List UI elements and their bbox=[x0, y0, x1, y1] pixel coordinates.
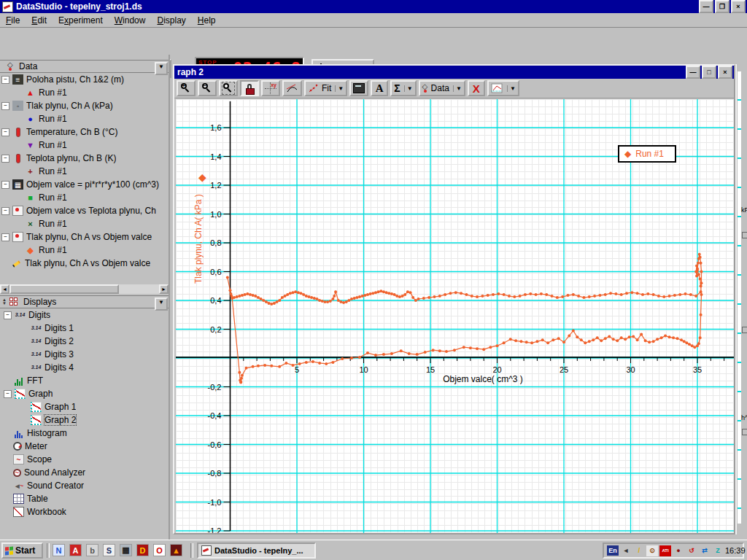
quick-launch-calculator-icon[interactable]: ▦ bbox=[120, 544, 132, 556]
menu-help[interactable]: Help bbox=[192, 14, 222, 27]
close-button[interactable]: × bbox=[731, 0, 746, 13]
tray-ati-icon[interactable]: ATI bbox=[659, 545, 671, 556]
dropdown-arrow-icon[interactable]: ▼ bbox=[335, 85, 344, 92]
tray-modem-icon[interactable]: Z bbox=[712, 545, 724, 556]
expand-box[interactable]: − bbox=[1, 233, 9, 241]
start-menu-button[interactable]: Start bbox=[1, 542, 43, 559]
data-item-4[interactable]: −Teplota plynu, Ch B (K) bbox=[0, 152, 169, 165]
x-axis-label[interactable]: Objem valce( cm^3 ) bbox=[428, 374, 538, 384]
display-digits-2[interactable]: 3.14Digits 2 bbox=[0, 335, 169, 348]
data-item-7[interactable]: −Tlak plynu, Ch A vs Objem valce bbox=[0, 230, 169, 244]
graph-maximize-button[interactable]: □ bbox=[702, 66, 716, 79]
data-run-1[interactable]: ▲Run #1 bbox=[0, 86, 169, 99]
dropdown-arrow-icon[interactable]: ▼ bbox=[453, 85, 462, 92]
menu-edit[interactable]: Edit bbox=[26, 14, 53, 27]
menu-file[interactable]: File bbox=[0, 14, 26, 27]
minimize-button[interactable]: — bbox=[699, 0, 713, 13]
quick-launch-dragon-icon[interactable]: D bbox=[136, 544, 149, 556]
expand-box[interactable]: − bbox=[1, 128, 9, 136]
display-meter[interactable]: Meter bbox=[0, 440, 169, 453]
zoom-out-button[interactable]: − bbox=[198, 80, 217, 96]
legend[interactable]: ◆ Run #1 bbox=[618, 145, 676, 163]
tray-mouse-icon[interactable]: ● bbox=[673, 545, 684, 556]
lock-axes-button[interactable] bbox=[240, 80, 259, 96]
menu-window[interactable]: Window bbox=[109, 14, 152, 27]
data-item-8[interactable]: Tlak plynu, Ch A vs Objem valce bbox=[0, 257, 169, 270]
restore-button[interactable]: ❐ bbox=[715, 0, 729, 13]
expand-box[interactable]: − bbox=[4, 311, 12, 319]
display-digits-1[interactable]: 3.14Digits 1 bbox=[0, 322, 169, 335]
dropdown-arrow-icon[interactable]: ▼ bbox=[507, 85, 516, 92]
graph-titlebar[interactable]: raph 2 — □ × bbox=[174, 66, 734, 79]
data-item-5[interactable]: −▦Objem valce = pi*r*r*y*100 (cm^3) bbox=[0, 178, 169, 191]
data-item-2[interactable]: −◦Tlak plynu, Ch A (kPa) bbox=[0, 99, 169, 112]
quick-launch-ink-pen-icon[interactable]: S bbox=[103, 544, 115, 556]
y-axis-label[interactable]: Tlak plynu, Ch A( kPa ) bbox=[193, 181, 204, 298]
data-item-3[interactable]: −Temperature, Ch B (°C) bbox=[0, 125, 169, 139]
display-digits-3[interactable]: 3.14Digits 3 bbox=[0, 348, 169, 361]
scroll-thumb[interactable] bbox=[9, 284, 119, 294]
fit-menu-button[interactable]: Fit▼ bbox=[304, 80, 347, 96]
quick-launch-bird-icon[interactable]: b bbox=[86, 544, 98, 556]
statistics-button[interactable]: Σ▼ bbox=[390, 80, 416, 96]
menu-experiment[interactable]: Experiment bbox=[53, 14, 109, 27]
data-item-6[interactable]: −Objem valce vs Teplota plynu, Ch bbox=[0, 204, 169, 217]
data-run-3[interactable]: ▼Run #1 bbox=[0, 139, 169, 152]
delete-button[interactable]: X bbox=[468, 80, 485, 96]
data-run-6[interactable]: ×Run #1 bbox=[0, 217, 169, 230]
tray-volume-icon[interactable]: ◄ bbox=[620, 545, 632, 556]
display-table[interactable]: Table bbox=[0, 492, 169, 505]
data-panel-header[interactable]: Data ▼ bbox=[0, 60, 169, 73]
tray-sync-icon[interactable]: ↺ bbox=[686, 545, 697, 556]
task-button-datastudio[interactable]: DataStudio - tepelny_... bbox=[197, 542, 316, 559]
plot-area[interactable]: 1,61,41,21,00,80,60,40,2-0,2-0,4-0,6-0,8… bbox=[176, 99, 734, 533]
display-graph-1[interactable]: Graph 1 bbox=[0, 400, 169, 413]
tray-network-icon[interactable]: ⇄ bbox=[699, 545, 711, 556]
language-indicator[interactable]: En bbox=[607, 545, 619, 556]
expand-box[interactable]: − bbox=[1, 155, 9, 163]
expand-box[interactable]: − bbox=[1, 76, 9, 84]
tray-scheduler-icon[interactable]: ⊙ bbox=[646, 545, 658, 556]
data-tree-hscrollbar[interactable]: ◄ ► bbox=[0, 284, 169, 294]
quick-launch-notes-icon[interactable]: N bbox=[53, 544, 65, 556]
quick-launch-opera-icon[interactable]: O bbox=[153, 544, 166, 556]
digits-icon: 3.14 bbox=[31, 323, 42, 333]
data-run-4[interactable]: +Run #1 bbox=[0, 165, 169, 178]
display-fft[interactable]: FFT bbox=[0, 374, 169, 387]
dropdown-arrow-icon[interactable]: ▼ bbox=[404, 85, 413, 92]
zoom-select-button[interactable] bbox=[219, 80, 238, 96]
data-item-1[interactable]: −≡Poloha pistu, Ch 1&2 (m) bbox=[0, 73, 169, 86]
data-run-5[interactable]: ■Run #1 bbox=[0, 191, 169, 204]
scroll-right-button[interactable]: ► bbox=[159, 284, 169, 294]
text-annotation-button[interactable]: A bbox=[371, 80, 388, 96]
display-graph[interactable]: −Graph bbox=[0, 387, 169, 400]
quick-launch-acrobat-reader-icon[interactable]: A bbox=[69, 544, 82, 556]
smart-tool-button[interactable]: xy bbox=[261, 80, 280, 96]
display-digits[interactable]: −3.14Digits bbox=[0, 308, 169, 322]
display-workbook[interactable]: Workbook bbox=[0, 505, 169, 518]
data-run-7[interactable]: ◆Run #1 bbox=[0, 244, 169, 257]
scroll-left-button[interactable]: ◄ bbox=[0, 284, 9, 294]
display-histogram[interactable]: Histogram bbox=[0, 427, 169, 440]
menu-display[interactable]: Display bbox=[151, 14, 191, 27]
expand-box[interactable]: − bbox=[1, 181, 9, 189]
displays-panel-header[interactable]: ▲▼ Displays ▼ bbox=[0, 295, 169, 308]
slope-tool-button[interactable] bbox=[282, 80, 302, 96]
data-run-2[interactable]: ●Run #1 bbox=[0, 112, 169, 125]
display-graph-2[interactable]: Graph 2 bbox=[0, 413, 169, 427]
zoom-in-button[interactable]: + bbox=[177, 80, 196, 96]
quick-launch-flame-icon[interactable]: ▲ bbox=[170, 544, 182, 556]
display-sound-analyzer[interactable]: ~Sound Analyzer bbox=[0, 466, 169, 479]
graph-settings-button[interactable]: ▼ bbox=[487, 80, 519, 96]
expand-box[interactable]: − bbox=[1, 207, 9, 215]
calculate-button[interactable] bbox=[349, 80, 368, 96]
expand-box[interactable]: − bbox=[1, 102, 9, 110]
display-digits-4[interactable]: 3.14Digits 4 bbox=[0, 361, 169, 374]
graph-close-button[interactable]: × bbox=[718, 66, 732, 79]
expand-box[interactable]: − bbox=[4, 390, 12, 398]
graph-minimize-button[interactable]: — bbox=[686, 66, 700, 79]
data-menu-button[interactable]: Data▼ bbox=[419, 80, 465, 96]
display-sound-creator[interactable]: ◄~Sound Creator bbox=[0, 479, 169, 492]
tray-pen-icon[interactable]: / bbox=[633, 545, 645, 556]
display-scope[interactable]: ~Scope bbox=[0, 453, 169, 466]
